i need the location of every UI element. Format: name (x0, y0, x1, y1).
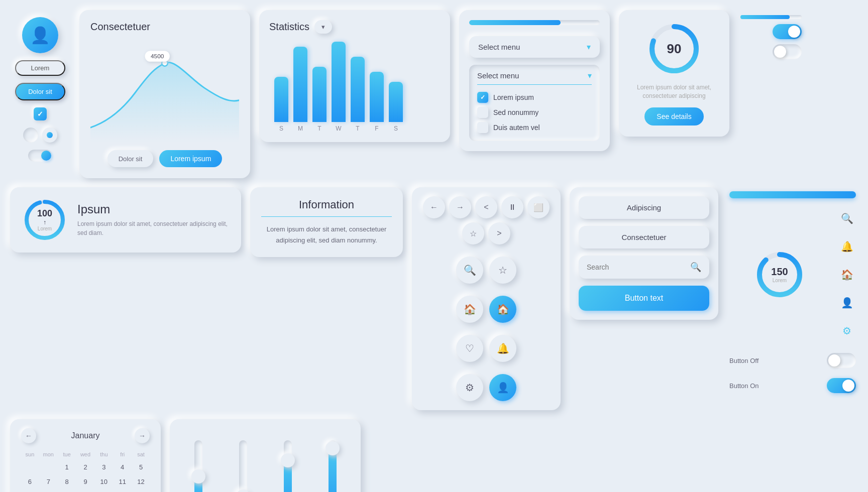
option-label: Duis autem vel (493, 124, 540, 132)
top-progress-fill (469, 20, 561, 25)
checkbox-checked[interactable]: ✓ (34, 107, 47, 120)
button-text-button[interactable]: Button text (579, 286, 709, 311)
nav-star-button[interactable]: ☆ (462, 222, 484, 244)
toggle-button-off[interactable] (827, 353, 856, 368)
dolor-button[interactable]: Dolor sit (15, 83, 65, 100)
bar-s2: S (389, 82, 403, 132)
nav-stop-button[interactable]: ⬜ (527, 196, 550, 218)
chevron-down-icon-2: ▾ (588, 71, 592, 80)
see-details-button[interactable]: See details (644, 107, 703, 126)
home-icon-button-active[interactable]: 🏠 (489, 296, 516, 323)
slider-3-track[interactable] (284, 440, 292, 492)
search-icon-button[interactable]: 🔍 (456, 257, 483, 284)
cal-day-19[interactable]: 19 (132, 489, 150, 492)
cal-day-8[interactable]: 8 (58, 475, 76, 488)
nav-back-button[interactable]: ← (423, 196, 445, 218)
user-icon-2: 👤 (497, 382, 509, 394)
select-menu-1[interactable]: Select menu ▾ (469, 36, 600, 58)
full-progress-bar (729, 191, 856, 198)
slider-2-track[interactable] (239, 440, 247, 492)
bar-label: M (298, 125, 303, 132)
cal-day-12[interactable]: 12 (132, 475, 150, 488)
slider-4 (329, 440, 337, 492)
heart-icon-button[interactable]: ♡ (456, 335, 483, 362)
bar-label: T (356, 125, 359, 132)
search-side-icon[interactable]: 🔍 (838, 209, 856, 227)
toggle-off-1[interactable] (773, 44, 802, 59)
user-side-icon[interactable]: 👤 (838, 294, 856, 312)
option-sed-nonummy[interactable]: Sed nonummy (477, 105, 592, 120)
cal-day-17[interactable]: 17 (95, 489, 113, 492)
star-icon: ☆ (498, 264, 507, 276)
bell-icon-button[interactable]: 🔔 (489, 335, 516, 362)
home-icon-button-outline[interactable]: 🏠 (456, 296, 483, 323)
gear-side-icon[interactable]: ⚙ (838, 322, 856, 340)
radio-unselected[interactable] (23, 128, 38, 143)
home-side-icon[interactable]: 🏠 (838, 266, 856, 284)
cal-day-6[interactable]: 6 (21, 475, 39, 488)
toggle-on[interactable] (773, 24, 802, 39)
dolor-sit-button[interactable]: Dolor sit (107, 150, 154, 167)
option-lorem-ipsum[interactable]: ✓ Lorem ipsum (477, 90, 592, 105)
gear-icon-button[interactable]: ⚙ (456, 374, 483, 401)
nav-next-button[interactable]: > (488, 222, 510, 244)
toggle-off-knob-1 (774, 46, 786, 58)
cal-day-13[interactable]: 13 (21, 489, 39, 492)
lorem-ipsum-button[interactable]: Lorem ipsum (159, 150, 222, 167)
star-icon-button[interactable]: ☆ (489, 257, 516, 284)
cal-day-18[interactable]: 18 (114, 489, 131, 492)
slider-4-knob[interactable] (325, 441, 340, 455)
cal-day-2[interactable]: 2 (77, 460, 94, 474)
search-input[interactable] (587, 263, 686, 271)
cal-day-16[interactable]: 16 (77, 489, 94, 492)
consectetuer-button[interactable]: Consectetuer (579, 226, 709, 249)
cal-day-14[interactable]: 14 (40, 489, 57, 492)
nav-pause-button[interactable]: ⏸ (501, 196, 523, 218)
cal-day-10[interactable]: 10 (95, 475, 113, 488)
stats-title: Statistics (269, 21, 309, 33)
slider-1-track[interactable] (194, 440, 202, 492)
calendar-header: ← January → (21, 428, 150, 443)
cal-day-5[interactable]: 5 (132, 460, 150, 474)
cal-day-1[interactable]: 1 (58, 460, 76, 474)
select-menu-card: Select menu ▾ Select menu ▾ ✓ Lorem ipsu… (459, 10, 610, 151)
stats-dropdown[interactable]: ▾ (314, 20, 332, 34)
cal-day-11[interactable]: 11 (114, 475, 131, 488)
radio-dot (47, 132, 53, 138)
day-name-tue: tue (58, 449, 76, 459)
svg-text:4500: 4500 (151, 53, 164, 60)
bell-side-icon[interactable]: 🔔 (838, 237, 856, 256)
nav-forward-button[interactable]: → (449, 196, 471, 218)
toggle-small[interactable] (28, 150, 52, 162)
slider-3 (284, 440, 292, 492)
cal-day-15[interactable]: 15 (58, 489, 76, 492)
slider-4-track[interactable] (329, 440, 337, 492)
toggle-button-on[interactable] (827, 378, 856, 393)
bar-t1: T (312, 67, 327, 132)
statistics-card: Statistics ▾ S M T (259, 10, 450, 142)
chevron-down-icon: ▾ (321, 23, 325, 31)
adipiscing-button[interactable]: Adipiscing (579, 196, 709, 219)
option-duis-autem[interactable]: Duis autem vel (477, 120, 592, 135)
slider-3-knob[interactable] (281, 453, 295, 467)
cal-day-4[interactable]: 4 (114, 460, 131, 474)
cal-day-3[interactable]: 3 (95, 460, 113, 474)
user-icon-button[interactable]: 👤 (489, 374, 516, 401)
calendar-prev-button[interactable]: ← (21, 428, 36, 443)
gauge-description-text: Lorem ipsum dolor sit amet, consectetuer… (628, 83, 720, 100)
option-label: Sed nonummy (493, 108, 538, 116)
gauge-150-row: 150 Lorem 🔍 🔔 🏠 👤 ⚙ (729, 204, 856, 345)
cal-day-7[interactable]: 7 (40, 475, 57, 488)
slider-1-knob[interactable] (191, 469, 205, 483)
cal-day-9[interactable]: 9 (77, 475, 94, 488)
radio-selected[interactable] (42, 128, 57, 143)
calendar-next-button[interactable]: → (135, 428, 150, 443)
nav-prev-button[interactable]: < (475, 196, 497, 218)
slider-2-knob[interactable] (236, 489, 250, 492)
lorem-button[interactable]: Lorem (15, 60, 65, 76)
progress-track-1 (740, 15, 802, 19)
calendar-month-title: January (71, 431, 100, 440)
bar-label: T (317, 125, 321, 132)
bar-s1: S (274, 77, 288, 132)
icon-buttons-row-2: 🏠 🏠 (421, 296, 552, 323)
